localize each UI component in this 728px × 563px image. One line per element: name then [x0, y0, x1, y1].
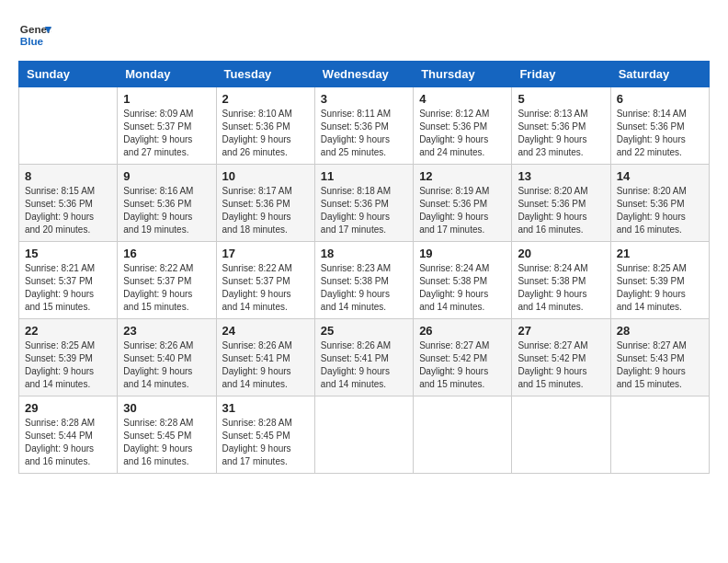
day-cell-25: 25 Sunrise: 8:26 AM Sunset: 5:41 PM Dayl… — [314, 319, 413, 396]
day-number: 1 — [123, 92, 210, 106]
day-number: 24 — [222, 324, 309, 338]
day-number: 8 — [25, 169, 111, 183]
day-number: 9 — [123, 169, 210, 183]
day-number: 13 — [518, 169, 604, 183]
day-number: 21 — [617, 247, 703, 260]
day-cell-21: 21 Sunrise: 8:25 AM Sunset: 5:39 PM Dayl… — [610, 242, 709, 319]
day-info: Sunrise: 8:11 AM Sunset: 5:36 PM Dayligh… — [321, 108, 407, 159]
svg-text:Blue: Blue — [20, 35, 44, 47]
empty-cell — [512, 396, 610, 474]
day-info: Sunrise: 8:28 AM Sunset: 5:44 PM Dayligh… — [25, 417, 111, 468]
day-cell-11: 11 Sunrise: 8:18 AM Sunset: 5:36 PM Dayl… — [314, 165, 413, 242]
day-number: 14 — [617, 169, 703, 183]
day-cell-3: 3 Sunrise: 8:11 AM Sunset: 5:36 PM Dayli… — [314, 87, 413, 165]
day-cell-4: 4 Sunrise: 8:12 AM Sunset: 5:36 PM Dayli… — [414, 87, 512, 165]
day-cell-1: 1 Sunrise: 8:09 AM Sunset: 5:37 PM Dayli… — [118, 87, 216, 165]
day-number: 3 — [321, 92, 407, 106]
day-number: 6 — [617, 92, 703, 106]
column-header-thursday: Thursday — [414, 62, 512, 87]
day-cell-14: 14 Sunrise: 8:20 AM Sunset: 5:36 PM Dayl… — [610, 165, 709, 242]
day-number: 2 — [222, 92, 309, 106]
day-cell-31: 31 Sunrise: 8:28 AM Sunset: 5:45 PM Dayl… — [216, 396, 314, 474]
day-number: 5 — [518, 92, 604, 106]
day-info: Sunrise: 8:12 AM Sunset: 5:36 PM Dayligh… — [419, 108, 506, 159]
day-number: 26 — [419, 324, 506, 338]
day-cell-12: 12 Sunrise: 8:19 AM Sunset: 5:36 PM Dayl… — [414, 165, 512, 242]
day-cell-6: 6 Sunrise: 8:14 AM Sunset: 5:36 PM Dayli… — [610, 87, 709, 165]
calendar-week-1: 1 Sunrise: 8:09 AM Sunset: 5:37 PM Dayli… — [19, 87, 710, 165]
empty-cell — [414, 396, 512, 474]
day-number: 23 — [123, 324, 210, 338]
day-info: Sunrise: 8:19 AM Sunset: 5:36 PM Dayligh… — [419, 185, 506, 236]
column-header-friday: Friday — [512, 62, 610, 87]
day-cell-23: 23 Sunrise: 8:26 AM Sunset: 5:40 PM Dayl… — [118, 319, 216, 396]
day-number: 28 — [617, 324, 703, 338]
day-number: 4 — [419, 92, 506, 106]
day-cell-17: 17 Sunrise: 8:22 AM Sunset: 5:37 PM Dayl… — [216, 242, 314, 319]
day-info: Sunrise: 8:22 AM Sunset: 5:37 PM Dayligh… — [123, 262, 210, 314]
day-info: Sunrise: 8:28 AM Sunset: 5:45 PM Dayligh… — [123, 417, 210, 468]
day-info: Sunrise: 8:26 AM Sunset: 5:41 PM Dayligh… — [222, 339, 309, 391]
day-info: Sunrise: 8:18 AM Sunset: 5:36 PM Dayligh… — [321, 185, 407, 236]
column-header-sunday: Sunday — [19, 62, 118, 87]
day-number: 20 — [518, 247, 604, 260]
day-cell-5: 5 Sunrise: 8:13 AM Sunset: 5:36 PM Dayli… — [512, 87, 610, 165]
day-cell-19: 19 Sunrise: 8:24 AM Sunset: 5:38 PM Dayl… — [414, 242, 512, 319]
day-number: 11 — [321, 169, 407, 183]
empty-cell — [610, 396, 709, 474]
day-cell-16: 16 Sunrise: 8:22 AM Sunset: 5:37 PM Dayl… — [118, 242, 216, 319]
day-cell-15: 15 Sunrise: 8:21 AM Sunset: 5:37 PM Dayl… — [19, 242, 118, 319]
day-cell-2: 2 Sunrise: 8:10 AM Sunset: 5:36 PM Dayli… — [216, 87, 314, 165]
day-cell-22: 22 Sunrise: 8:25 AM Sunset: 5:39 PM Dayl… — [19, 319, 118, 396]
calendar-header-row: SundayMondayTuesdayWednesdayThursdayFrid… — [19, 62, 710, 87]
day-info: Sunrise: 8:24 AM Sunset: 5:38 PM Dayligh… — [518, 262, 604, 314]
column-header-monday: Monday — [118, 62, 216, 87]
day-number: 18 — [321, 247, 407, 260]
day-cell-30: 30 Sunrise: 8:28 AM Sunset: 5:45 PM Dayl… — [118, 396, 216, 474]
day-info: Sunrise: 8:16 AM Sunset: 5:36 PM Dayligh… — [123, 185, 210, 236]
day-info: Sunrise: 8:25 AM Sunset: 5:39 PM Dayligh… — [25, 339, 111, 391]
day-info: Sunrise: 8:20 AM Sunset: 5:36 PM Dayligh… — [617, 185, 703, 236]
column-header-saturday: Saturday — [610, 62, 709, 87]
logo: General Blue — [18, 18, 51, 52]
day-info: Sunrise: 8:24 AM Sunset: 5:38 PM Dayligh… — [419, 262, 506, 314]
day-info: Sunrise: 8:27 AM Sunset: 5:42 PM Dayligh… — [518, 339, 604, 391]
day-number: 10 — [222, 169, 309, 183]
day-info: Sunrise: 8:09 AM Sunset: 5:37 PM Dayligh… — [123, 108, 210, 159]
calendar-week-2: 8 Sunrise: 8:15 AM Sunset: 5:36 PM Dayli… — [19, 165, 710, 242]
day-info: Sunrise: 8:27 AM Sunset: 5:43 PM Dayligh… — [617, 339, 703, 391]
day-number: 29 — [25, 401, 111, 415]
day-info: Sunrise: 8:22 AM Sunset: 5:37 PM Dayligh… — [222, 262, 309, 314]
calendar-table: SundayMondayTuesdayWednesdayThursdayFrid… — [18, 61, 710, 474]
calendar-week-3: 15 Sunrise: 8:21 AM Sunset: 5:37 PM Dayl… — [19, 242, 710, 319]
calendar-week-4: 22 Sunrise: 8:25 AM Sunset: 5:39 PM Dayl… — [19, 319, 710, 396]
day-cell-13: 13 Sunrise: 8:20 AM Sunset: 5:36 PM Dayl… — [512, 165, 610, 242]
day-info: Sunrise: 8:23 AM Sunset: 5:38 PM Dayligh… — [321, 262, 407, 314]
day-cell-8: 8 Sunrise: 8:15 AM Sunset: 5:36 PM Dayli… — [19, 165, 118, 242]
day-number: 12 — [419, 169, 506, 183]
empty-cell — [19, 87, 118, 165]
day-number: 27 — [518, 324, 604, 338]
day-number: 22 — [25, 324, 111, 338]
column-header-wednesday: Wednesday — [314, 62, 413, 87]
day-cell-29: 29 Sunrise: 8:28 AM Sunset: 5:44 PM Dayl… — [19, 396, 118, 474]
day-number: 17 — [222, 247, 309, 260]
day-cell-26: 26 Sunrise: 8:27 AM Sunset: 5:42 PM Dayl… — [414, 319, 512, 396]
day-number: 19 — [419, 247, 506, 260]
day-number: 25 — [321, 324, 407, 338]
day-info: Sunrise: 8:20 AM Sunset: 5:36 PM Dayligh… — [518, 185, 604, 236]
day-info: Sunrise: 8:10 AM Sunset: 5:36 PM Dayligh… — [222, 108, 309, 159]
day-info: Sunrise: 8:27 AM Sunset: 5:42 PM Dayligh… — [419, 339, 506, 391]
day-info: Sunrise: 8:21 AM Sunset: 5:37 PM Dayligh… — [25, 262, 111, 314]
day-number: 16 — [123, 247, 210, 260]
day-number: 31 — [222, 401, 309, 415]
day-cell-20: 20 Sunrise: 8:24 AM Sunset: 5:38 PM Dayl… — [512, 242, 610, 319]
day-info: Sunrise: 8:15 AM Sunset: 5:36 PM Dayligh… — [25, 185, 111, 236]
day-cell-18: 18 Sunrise: 8:23 AM Sunset: 5:38 PM Dayl… — [314, 242, 413, 319]
calendar-week-5: 29 Sunrise: 8:28 AM Sunset: 5:44 PM Dayl… — [19, 396, 710, 474]
day-info: Sunrise: 8:26 AM Sunset: 5:40 PM Dayligh… — [123, 339, 210, 391]
day-cell-28: 28 Sunrise: 8:27 AM Sunset: 5:43 PM Dayl… — [610, 319, 709, 396]
day-cell-9: 9 Sunrise: 8:16 AM Sunset: 5:36 PM Dayli… — [118, 165, 216, 242]
day-number: 15 — [25, 247, 111, 260]
day-info: Sunrise: 8:25 AM Sunset: 5:39 PM Dayligh… — [617, 262, 703, 314]
